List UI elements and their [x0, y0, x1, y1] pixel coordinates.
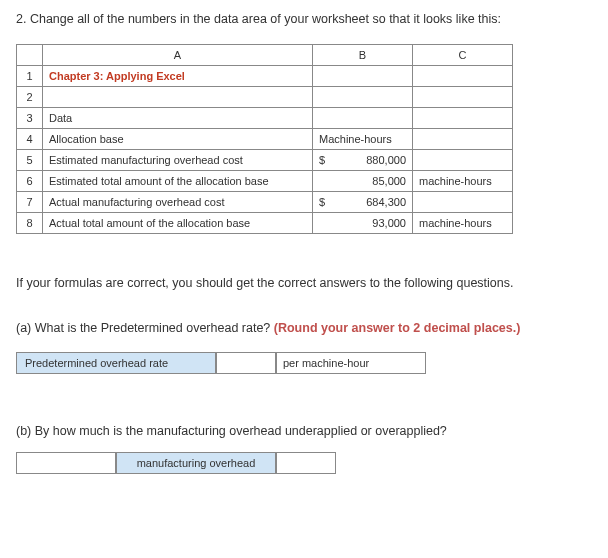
cell-b6: 85,000	[313, 171, 413, 192]
worksheet-table: A B C 1 Chapter 3: Applying Excel 2 3 Da…	[16, 44, 513, 234]
row-num: 4	[17, 129, 43, 150]
cell-c6: machine-hours	[413, 171, 513, 192]
instruction-text: 2. Change all of the numbers in the data…	[16, 12, 592, 26]
question-b-prompt: (b) By how much is the manufacturing ove…	[16, 424, 592, 438]
cell-a1: Chapter 3: Applying Excel	[43, 66, 313, 87]
qb-input-1[interactable]	[16, 452, 116, 474]
table-row: 6 Estimated total amount of the allocati…	[17, 171, 513, 192]
cell-c5	[413, 150, 513, 171]
cell-a6: Estimated total amount of the allocation…	[43, 171, 313, 192]
cell-b8: 93,000	[313, 213, 413, 234]
question-a-prompt: (a) What is the Predetermined overhead r…	[16, 319, 592, 338]
qb-input-2[interactable]	[276, 452, 336, 474]
cell-b5: $880,000	[313, 150, 413, 171]
table-row: 8 Actual total amount of the allocation …	[17, 213, 513, 234]
cell-value: 85,000	[372, 175, 406, 187]
cell-value: 880,000	[366, 154, 406, 166]
table-row: 4 Allocation base Machine-hours	[17, 129, 513, 150]
question-b-row: manufacturing overhead	[16, 452, 592, 474]
cell-c7	[413, 192, 513, 213]
row-num: 8	[17, 213, 43, 234]
row-num: 1	[17, 66, 43, 87]
qb-label: manufacturing overhead	[116, 452, 276, 474]
corner-cell	[17, 45, 43, 66]
qa-input[interactable]	[216, 352, 276, 374]
qa-prompt-text: (a) What is the Predetermined overhead r…	[16, 321, 274, 335]
cell-value: 684,300	[366, 196, 406, 208]
cell-c8: machine-hours	[413, 213, 513, 234]
row-num: 2	[17, 87, 43, 108]
currency-symbol: $	[319, 196, 325, 208]
cell-b7: $684,300	[313, 192, 413, 213]
cell-value: 93,000	[372, 217, 406, 229]
cell-a2	[43, 87, 313, 108]
cell-a5: Estimated manufacturing overhead cost	[43, 150, 313, 171]
qa-label: Predetermined overhead rate	[16, 352, 216, 374]
row-num: 7	[17, 192, 43, 213]
row-num: 5	[17, 150, 43, 171]
cell-c4	[413, 129, 513, 150]
question-a-row: Predetermined overhead rateper machine-h…	[16, 352, 592, 374]
currency-symbol: $	[319, 154, 325, 166]
cell-b2	[313, 87, 413, 108]
paragraph-1: If your formulas are correct, you should…	[16, 274, 592, 293]
cell-a8: Actual total amount of the allocation ba…	[43, 213, 313, 234]
cell-b4: Machine-hours	[313, 129, 413, 150]
col-header-c: C	[413, 45, 513, 66]
cell-a3: Data	[43, 108, 313, 129]
table-row: 3 Data	[17, 108, 513, 129]
cell-b1	[313, 66, 413, 87]
cell-a7: Actual manufacturing overhead cost	[43, 192, 313, 213]
table-row: 2	[17, 87, 513, 108]
qa-prompt-red: (Round your answer to 2 decimal places.)	[274, 321, 521, 335]
cell-a4: Allocation base	[43, 129, 313, 150]
cell-c1	[413, 66, 513, 87]
cell-c3	[413, 108, 513, 129]
col-header-b: B	[313, 45, 413, 66]
table-row: 1 Chapter 3: Applying Excel	[17, 66, 513, 87]
row-num: 3	[17, 108, 43, 129]
cell-b3	[313, 108, 413, 129]
cell-c2	[413, 87, 513, 108]
table-row: 7 Actual manufacturing overhead cost $68…	[17, 192, 513, 213]
table-row: 5 Estimated manufacturing overhead cost …	[17, 150, 513, 171]
qa-unit: per machine-hour	[276, 352, 426, 374]
col-header-a: A	[43, 45, 313, 66]
row-num: 6	[17, 171, 43, 192]
